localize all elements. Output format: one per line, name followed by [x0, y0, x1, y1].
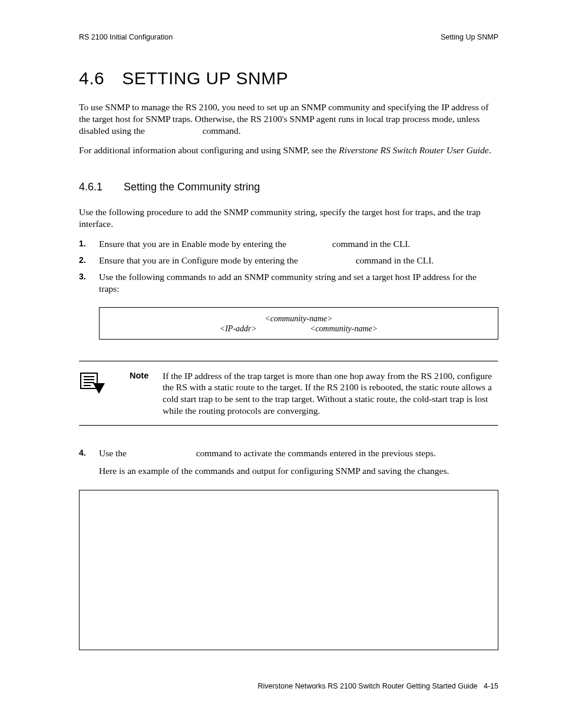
command-line-2: <IP-addr><community-name> [109, 324, 488, 334]
page-number: 4-15 [484, 682, 498, 690]
step-marker: 4. [79, 447, 99, 477]
step-2: 2. Ensure that you are in Configure mode… [79, 255, 498, 266]
command-syntax-box: <community-name> <IP-addr><community-nam… [99, 307, 498, 340]
example-output-box [79, 490, 498, 650]
note-icon [79, 370, 130, 417]
step-1: 1. Ensure that you are in Enable mode by… [79, 238, 498, 250]
procedure-list-cont: 4. Use the command to activate the comma… [79, 447, 498, 477]
step-marker: 1. [79, 238, 99, 250]
step-3: 3. Use the following commands to add an … [79, 271, 498, 295]
intro-paragraph-2: For additional information about configu… [79, 144, 498, 156]
header-left: RS 2100 Initial Configuration [79, 33, 173, 41]
step-4: 4. Use the command to activate the comma… [79, 447, 498, 477]
page-footer: Riverstone Networks RS 2100 Switch Route… [257, 682, 498, 690]
note-block: Note If the IP address of the trap targe… [79, 361, 498, 426]
subsection-intro: Use the following procedure to add the S… [79, 206, 498, 230]
note-rule-bottom [79, 425, 498, 426]
section-heading: 4.6SETTING UP SNMP [79, 68, 498, 88]
section-title-text: SETTING UP SNMP [122, 68, 288, 88]
intro-paragraph-1: To use SNMP to manage the RS 2100, you n… [79, 101, 498, 136]
step-4-followup: Here is an example of the commands and o… [99, 466, 449, 476]
note-body: If the IP address of the trap target is … [163, 370, 498, 417]
svg-rect-0 [81, 373, 97, 388]
running-header: RS 2100 Initial Configuration Setting Up… [79, 33, 498, 41]
subsection-heading: 4.6.1Setting the Community string [79, 181, 498, 193]
subsection-number: 4.6.1 [79, 181, 103, 193]
note-label: Note [130, 370, 163, 417]
subsection-title-text: Setting the Community string [124, 181, 260, 193]
cited-guide-title: Riverstone RS Switch Router User Guide [339, 145, 488, 155]
procedure-list: 1. Ensure that you are in Enable mode by… [79, 238, 498, 295]
section-number: 4.6 [79, 68, 104, 88]
command-line-1: <community-name> [109, 314, 488, 324]
step-marker: 3. [79, 271, 99, 295]
header-right: Setting Up SNMP [441, 33, 498, 41]
step-marker: 2. [79, 255, 99, 266]
